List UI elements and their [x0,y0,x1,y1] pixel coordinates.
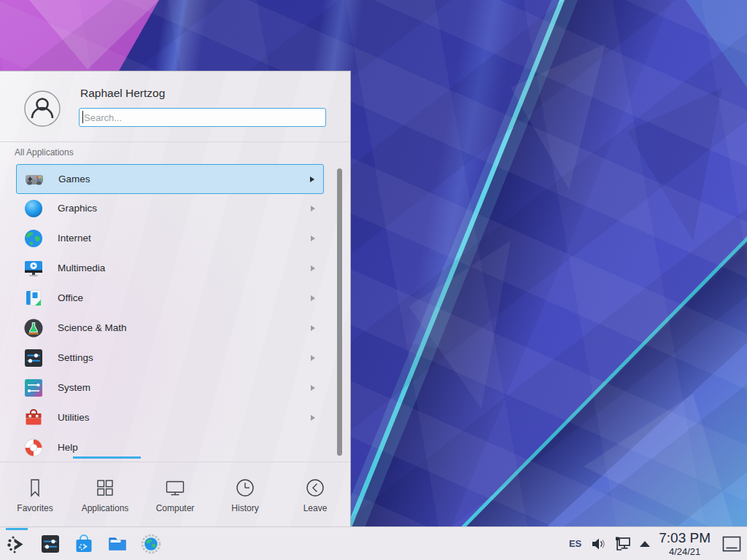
dolphin-icon [107,533,128,555]
taskbar-launchers [0,527,168,560]
submenu-arrow-icon [311,325,315,331]
games-icon [23,168,45,190]
application-launcher-button[interactable] [0,527,34,560]
graphics-icon [23,198,44,219]
office-icon [23,287,44,309]
active-tab-indicator [73,456,141,459]
launcher-header: Raphael Hertzog [0,71,350,142]
tab-computer[interactable]: Computer [140,462,210,527]
search-input[interactable] [79,108,326,127]
application-launcher-popup: Raphael Hertzog All Applications [0,71,351,526]
desktop: Raphael Hertzog All Applications [0,0,747,560]
user-name: Raphael Hertzog [80,87,165,100]
scrollbar[interactable] [337,168,342,456]
application-category-list: Games Graphics [0,160,350,462]
web-browser-button[interactable] [134,527,168,560]
submenu-arrow-icon [311,265,315,271]
tab-leave[interactable]: Leave [280,462,350,527]
avatar[interactable] [24,90,61,127]
submenu-arrow-icon [311,415,315,421]
menu-item-internet[interactable]: Internet [16,224,324,254]
internet-icon [23,228,44,249]
tab-applications[interactable]: Applications [70,462,140,527]
clock-date: 4/24/21 [659,547,711,556]
system-icon [23,377,44,399]
menu-item-graphics[interactable]: Graphics [16,194,324,224]
keyboard-layout-indicator[interactable]: ES [569,538,581,549]
help-icon [23,437,44,459]
tab-favorites[interactable]: Favorites [0,462,70,527]
kde-launcher-icon [6,533,28,555]
section-label: All Applications [15,147,74,158]
network-icon[interactable] [614,535,632,553]
submenu-arrow-icon [311,385,315,391]
clock-time: 7:03 PM [659,531,711,545]
launcher-footer-tabs: Favorites Applications Computer [0,462,350,527]
show-desktop-button[interactable] [721,533,743,555]
system-settings-button[interactable] [34,527,67,560]
system-tray: ES 7:03 PM 4/2 [569,527,747,560]
menu-item-science-math[interactable]: Science & Math [16,314,324,343]
system-settings-icon [39,533,61,555]
menu-item-multimedia[interactable]: Multimedia [16,254,324,284]
menu-item-office[interactable]: Office [16,284,324,314]
menu-item-utilities[interactable]: Utilities [16,403,324,433]
science-icon [23,317,44,339]
expand-arrow-icon[interactable] [640,541,650,547]
menu-item-system[interactable]: System [16,373,324,403]
menu-item-games[interactable]: Games [16,164,324,194]
menu-item-help[interactable]: Help [16,433,324,462]
digital-clock[interactable]: 7:03 PM 4/24/21 [659,531,711,556]
menu-item-settings[interactable]: Settings [16,343,324,373]
taskbar-panel: ES 7:03 PM 4/2 [0,526,747,560]
submenu-arrow-icon [311,355,315,361]
leave-icon [305,478,325,498]
volume-icon[interactable] [590,536,606,552]
text-caret [82,111,83,123]
submenu-arrow-icon [311,236,315,241]
konqueror-icon [140,533,162,555]
applications-icon [95,478,115,498]
computer-icon [165,478,185,498]
history-icon [235,478,255,498]
file-manager-button[interactable] [101,527,134,560]
submenu-arrow-icon [310,176,314,182]
discover-button[interactable] [67,527,101,560]
submenu-arrow-icon [311,295,315,301]
multimedia-icon [23,257,44,279]
submenu-arrow-icon [311,206,315,211]
active-task-indicator [6,528,28,530]
tab-history[interactable]: History [210,462,280,527]
favorites-icon [25,478,45,498]
discover-icon [73,533,95,555]
settings-icon [23,347,44,369]
utilities-icon [23,407,44,429]
